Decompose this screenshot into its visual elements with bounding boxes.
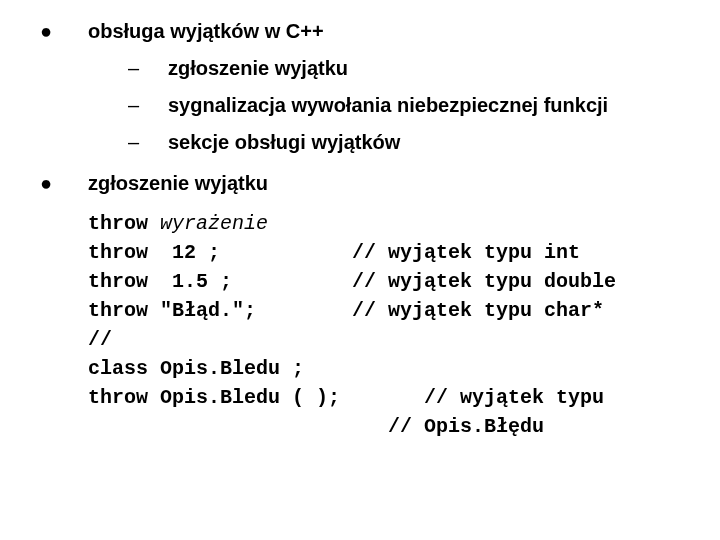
code-block: throw wyrażenie throw 12 ; // wyjątek ty… [88, 209, 700, 441]
code-line: // [88, 328, 112, 351]
code-line: throw wyrażenie [88, 212, 268, 235]
sub-item: – sekcje obsługi wyjątków [128, 131, 700, 154]
code-line: throw Opis.Bledu ( ); // wyjątek typu [88, 386, 604, 409]
page: ● obsługa wyjątków w C++ – zgłoszenie wy… [0, 0, 720, 461]
dash-marker: – [128, 131, 168, 154]
sub-list: – zgłoszenie wyjątku – sygnalizacja wywo… [128, 57, 700, 154]
bullet-item: ● zgłoszenie wyjątku [40, 172, 700, 195]
code-line: throw 12 ; // wyjątek typu int [88, 241, 580, 264]
code-kw: throw [88, 212, 160, 235]
sub-text: sygnalizacja wywołania niebezpiecznej fu… [168, 94, 608, 117]
code-line: throw 1.5 ; // wyjątek typu double [88, 270, 616, 293]
bullet-marker: ● [40, 20, 88, 43]
code-line: class Opis.Bledu ; [88, 357, 304, 380]
sub-item: – zgłoszenie wyjątku [128, 57, 700, 80]
bullet-item: ● obsługa wyjątków w C++ [40, 20, 700, 43]
bullet-marker: ● [40, 172, 88, 195]
sub-item: – sygnalizacja wywołania niebezpiecznej … [128, 94, 700, 117]
code-line: throw "Błąd."; // wyjątek typu char* [88, 299, 604, 322]
sub-text: zgłoszenie wyjątku [168, 57, 348, 80]
code-italic: wyrażenie [160, 212, 268, 235]
dash-marker: – [128, 94, 168, 117]
code-line: // Opis.Błędu [88, 415, 544, 438]
bullet-text: zgłoszenie wyjątku [88, 172, 268, 195]
bullet-text: obsługa wyjątków w C++ [88, 20, 324, 43]
sub-text: sekcje obsługi wyjątków [168, 131, 400, 154]
dash-marker: – [128, 57, 168, 80]
